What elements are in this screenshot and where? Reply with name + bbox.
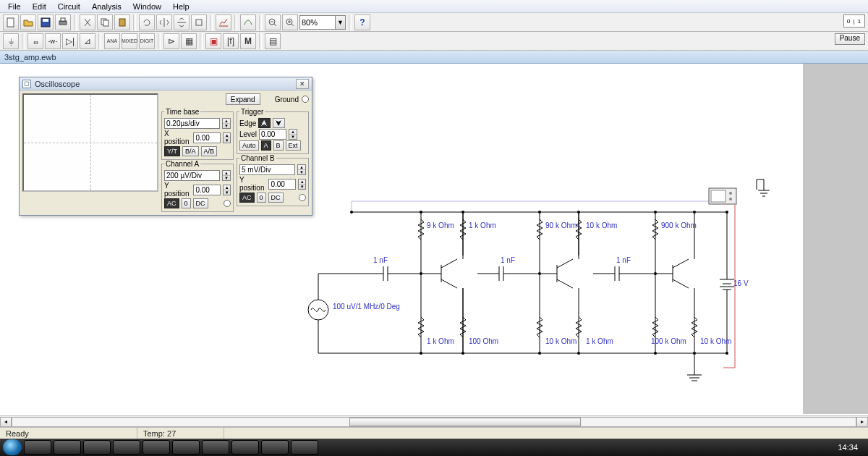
chb-ypos[interactable]: 0.00 [268,179,296,190]
cha-spin[interactable]: ▲▼ [222,170,231,181]
mode-ba[interactable]: B/A [182,146,199,156]
ground-radio[interactable] [302,96,309,103]
cut-button[interactable] [80,14,95,30]
graph-button[interactable] [216,14,231,30]
scroll-left-button[interactable]: ◂ [0,417,12,427]
taskbar-item[interactable] [172,440,200,455]
scroll-right-button[interactable]: ▸ [856,417,868,427]
taskbar-item[interactable] [202,440,229,455]
chb-dc[interactable]: DC [268,193,284,203]
oscilloscope-panel[interactable]: ▢ Oscilloscope ✕ Expand Ground [19,77,312,216]
parts-button[interactable] [240,14,256,30]
subcircuit-button[interactable] [191,14,207,30]
taskbar-item[interactable] [142,440,170,455]
workspace[interactable]: 100 uV/1 MHz/0 Deg 1 nF 9 k Ohm 1 k Ohm … [0,64,868,427]
chb-0[interactable]: 0 [257,193,266,203]
svg-rect-0 [7,18,14,27]
cha-probe-radio[interactable] [224,200,231,207]
menu-help[interactable]: Help [168,1,195,12]
sources-bin[interactable]: ⏚ [3,33,19,49]
zoom-combo[interactable]: ▼ [299,15,346,30]
trig-ext[interactable]: Ext [286,140,301,151]
close-button[interactable]: ✕ [296,79,309,89]
oscilloscope-titlebar[interactable]: ▢ Oscilloscope ✕ [20,77,312,90]
cha-ypos-spin[interactable]: ▲▼ [223,185,231,195]
zoom-input[interactable] [300,16,335,29]
chb-scale[interactable]: 5 mV/Div [239,164,295,175]
zoom-in-button[interactable] [282,14,298,30]
copy-button[interactable] [97,14,113,30]
trig-a[interactable]: A [261,140,271,151]
basic-bin[interactable]: ⏛ [27,33,43,49]
menu-edit[interactable]: Edit [27,1,51,12]
zoom-out-button[interactable] [265,14,281,30]
trig-auto[interactable]: Auto [239,140,259,151]
open-button[interactable] [20,14,36,30]
save-button[interactable] [38,14,54,30]
chb-probe-radio[interactable] [299,194,306,201]
trigger-group: Trigger Edge ⮝ ⮟ Level0.00▲▼ Auto A B Ex… [237,108,309,154]
xpos-spin[interactable]: ▲▼ [223,132,231,143]
r-bot2-label: 100 Ohm [469,337,498,345]
logic-bin[interactable]: ⊳ [163,33,179,49]
instruments-bin[interactable]: ▤ [265,33,281,49]
expand-button[interactable]: Expand [226,93,260,105]
edge-rise[interactable]: ⮝ [258,118,271,128]
transistor-bin[interactable]: ⊿ [80,33,95,49]
chevron-down-icon[interactable]: ▼ [335,16,345,29]
chb-ac[interactable]: AC [239,193,255,203]
cha-ypos[interactable]: 0.00 [193,185,221,195]
flip-h-button[interactable] [156,14,172,30]
edge-fall[interactable]: ⮟ [273,118,285,128]
mode-ab[interactable]: A/B [201,146,218,156]
mode-yt[interactable]: Y/T [164,146,180,156]
cha-scale[interactable]: 200 µV/Div [164,170,220,181]
misc-bin[interactable]: M [240,33,256,49]
status-ready: Ready [6,429,29,438]
level-field[interactable]: 0.00 [259,129,286,140]
scroll-track[interactable] [12,417,856,427]
menu-window[interactable]: Window [128,1,166,12]
scroll-thumb[interactable] [349,418,581,426]
analog-bin[interactable]: ANA [104,33,120,49]
chb-ypos-spin[interactable]: ▲▼ [298,179,306,190]
taskbar-item[interactable] [113,440,140,455]
resistor-icon[interactable]: -ᴡ- [45,33,61,49]
timebase-spin[interactable]: ▲▼ [222,118,231,129]
trig-b[interactable]: B [273,140,284,151]
cha-0[interactable]: 0 [182,198,191,208]
start-orb[interactable] [3,439,22,455]
control-bin[interactable]: [f] [223,33,239,49]
taskbar-item[interactable] [261,440,289,455]
temp-label: Temp: [143,429,165,438]
os-taskbar[interactable]: 14:34 [0,439,868,456]
cha-dc[interactable]: DC [193,198,208,208]
cha-ac[interactable]: AC [164,198,179,208]
help-button[interactable]: ? [354,14,370,30]
horizontal-scrollbar[interactable]: ◂ ▸ [0,415,868,427]
menu-file[interactable]: File [3,1,26,12]
menu-circuit[interactable]: Circuit [53,1,85,12]
pause-button[interactable]: Pause [835,33,865,45]
paste-button[interactable] [114,14,130,30]
taskbar-item[interactable] [291,440,318,455]
rotate-button[interactable] [139,14,155,30]
chb-spin[interactable]: ▲▼ [297,164,306,175]
taskbar-item[interactable] [83,440,111,455]
level-spin[interactable]: ▲▼ [289,129,297,140]
taskbar-item[interactable] [231,440,259,455]
taskbar-item[interactable] [54,440,81,455]
new-button[interactable] [3,14,19,30]
ic-bin[interactable]: ▦ [181,33,197,49]
digital-bin[interactable]: DIGIT [139,33,155,49]
power-switch[interactable]: 0 | 1 [843,14,865,28]
timebase-scale[interactable]: 0.20µs/div [164,118,220,129]
print-button[interactable] [55,14,71,30]
indicator-bin[interactable]: ▣ [205,33,221,49]
diode-bin[interactable]: ▷| [62,33,78,49]
menu-analysis[interactable]: Analysis [87,1,127,12]
xpos-field[interactable]: 0.00 [193,132,221,143]
flip-v-button[interactable] [174,14,190,30]
mixed-bin[interactable]: MIXED [122,33,137,49]
taskbar-item[interactable] [24,440,51,455]
